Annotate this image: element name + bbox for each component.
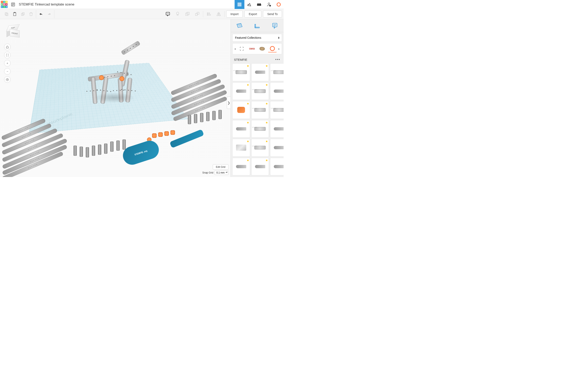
svg-rect-15 — [259, 3, 259, 4]
svg-rect-14 — [258, 3, 258, 4]
shape-beam-6[interactable]: ★ — [251, 139, 269, 157]
shape-nut-orange[interactable]: ★ — [232, 101, 250, 119]
undo-button[interactable] — [37, 10, 45, 18]
svg-point-17 — [268, 3, 270, 4]
favorite-star-icon: ★ — [265, 64, 268, 67]
shape-thumbnail — [254, 89, 266, 93]
viewcube-front[interactable]: FRONT — [10, 29, 20, 38]
zoom-out-button[interactable]: − — [4, 68, 11, 75]
svg-point-29 — [176, 12, 179, 15]
category-menu-icon[interactable]: ••• — [275, 58, 280, 62]
bulb-icon[interactable] — [173, 10, 182, 18]
shape-bolt-4[interactable]: ★ — [232, 158, 250, 175]
shape-clip[interactable]: ★ — [232, 139, 250, 157]
collection-stemfie[interactable] — [268, 45, 277, 52]
shape-thumbnail — [274, 165, 284, 168]
workplane-tool-icon[interactable] — [235, 22, 243, 30]
svg-text:+: + — [270, 5, 270, 7]
favorite-star-icon: ★ — [265, 83, 268, 86]
shape-thumbnail — [254, 146, 266, 150]
category-label: STEMFIE — [234, 58, 247, 61]
chevron-updown-icon: ▴▾ — [278, 36, 279, 39]
shape-bolt-med[interactable]: ★ — [270, 82, 284, 100]
group-button[interactable] — [183, 10, 191, 18]
stemfie-model[interactable] — [82, 44, 147, 105]
tinkercad-logo[interactable]: TIN KER CAD — [0, 0, 9, 9]
perspective-button[interactable] — [4, 76, 11, 83]
snap-grid-label: Snap Grid — [202, 171, 213, 174]
favorite-star-icon: ★ — [265, 102, 268, 105]
shape-bolt-short[interactable]: ★ — [251, 63, 269, 81]
export-button[interactable]: Export — [244, 11, 261, 17]
shape-thumbnail — [273, 108, 284, 112]
shapes-grid: ★★★★★★★★★★★★★★★★★★ — [231, 63, 284, 177]
svg-rect-22 — [13, 13, 16, 16]
shape-bolt-5[interactable]: ★ — [251, 158, 269, 175]
collection-omsi[interactable]: OMSI — [248, 45, 256, 52]
mode-3d-design-icon[interactable] — [234, 0, 244, 9]
svg-rect-11 — [239, 5, 240, 6]
shape-thumbnail — [236, 165, 246, 168]
3d-canvas[interactable]: TOP FRONT + − Workplane — [0, 19, 231, 177]
favorite-star-icon: ★ — [247, 140, 249, 143]
app-header: TIN KER CAD STEMFIE Tinkercad template s… — [0, 0, 284, 9]
collection-frame[interactable] — [237, 45, 246, 52]
shape-thumbnail — [236, 145, 246, 151]
shape-beam-5[interactable]: ★ — [270, 101, 284, 119]
shape-thumbnail — [274, 127, 284, 131]
stemfie-wrench-tool[interactable]: STEMFIE .org — [121, 138, 161, 167]
delete-button[interactable] — [27, 10, 35, 18]
shape-thumbnail — [254, 127, 266, 131]
snap-grid-select[interactable]: 0.1 mm ▴▾ — [215, 170, 228, 175]
favorite-star-icon: ★ — [265, 159, 268, 162]
notes-toggle-icon[interactable] — [164, 10, 172, 18]
fit-view-button[interactable] — [4, 52, 11, 58]
svg-rect-5 — [239, 3, 240, 4]
svg-rect-26 — [166, 12, 170, 15]
view-cube[interactable]: TOP FRONT — [4, 23, 20, 40]
svg-rect-10 — [238, 5, 239, 6]
shape-thumbnail — [236, 70, 247, 74]
home-view-button[interactable] — [4, 44, 11, 50]
shape-thumbnail — [237, 107, 245, 113]
paste-button[interactable] — [11, 10, 19, 18]
shape-bolt-3[interactable]: ★ — [270, 139, 284, 157]
shape-brick-3-hole[interactable]: ★ — [270, 63, 284, 81]
shape-thumbnail — [255, 165, 265, 168]
notes-tool-icon[interactable] — [271, 22, 279, 30]
shape-thumbnail — [254, 108, 266, 112]
account-icon[interactable]: + — [264, 0, 274, 9]
edit-grid-button[interactable]: Edit Grid — [213, 164, 228, 170]
panel-collapse-button[interactable]: ❯ — [227, 97, 231, 109]
project-title[interactable]: STEMFIE Tinkercad template scene — [17, 2, 74, 7]
strip-next-icon[interactable]: ▶ — [278, 48, 280, 50]
ruler-tool-icon[interactable] — [253, 22, 261, 30]
shape-link-plate[interactable]: ★ — [251, 82, 269, 100]
collection-rock[interactable] — [258, 45, 267, 52]
copy-button[interactable] — [2, 10, 11, 18]
collection-selected-label: Featured Collections — [235, 36, 261, 39]
shape-bolt-long[interactable]: ★ — [232, 82, 250, 100]
mirror-button[interactable] — [215, 10, 223, 18]
strip-prev-icon[interactable]: ◀ — [234, 48, 236, 50]
shape-bolt-2[interactable]: ★ — [232, 120, 250, 138]
zoom-in-button[interactable]: + — [4, 60, 11, 67]
shape-bolt-6[interactable]: ★ — [270, 158, 284, 175]
redo-button[interactable] — [45, 10, 53, 18]
shape-link-long[interactable]: ★ — [251, 120, 269, 138]
shape-brick-2-hole[interactable]: ★ — [232, 63, 250, 81]
shape-rod[interactable]: ★ — [270, 120, 284, 138]
ungroup-button[interactable] — [193, 10, 201, 18]
mode-blocks-icon[interactable] — [244, 0, 254, 9]
design-properties-icon[interactable] — [9, 0, 17, 9]
align-button[interactable] — [205, 10, 213, 18]
sendto-button[interactable]: Send To — [263, 11, 282, 17]
collection-dropdown[interactable]: Featured Collections ▴▾ — [232, 34, 282, 42]
shape-beam-4[interactable]: ★ — [251, 101, 269, 119]
shapes-panel: Featured Collections ▴▾ ◀ OMSI ▶ STEMFIE… — [231, 19, 284, 177]
stemfie-brand-icon[interactable] — [274, 0, 284, 9]
svg-rect-9 — [240, 4, 241, 5]
duplicate-button[interactable] — [19, 10, 27, 18]
import-button[interactable]: Import — [226, 11, 243, 17]
mode-bricks-icon[interactable] — [254, 0, 264, 9]
